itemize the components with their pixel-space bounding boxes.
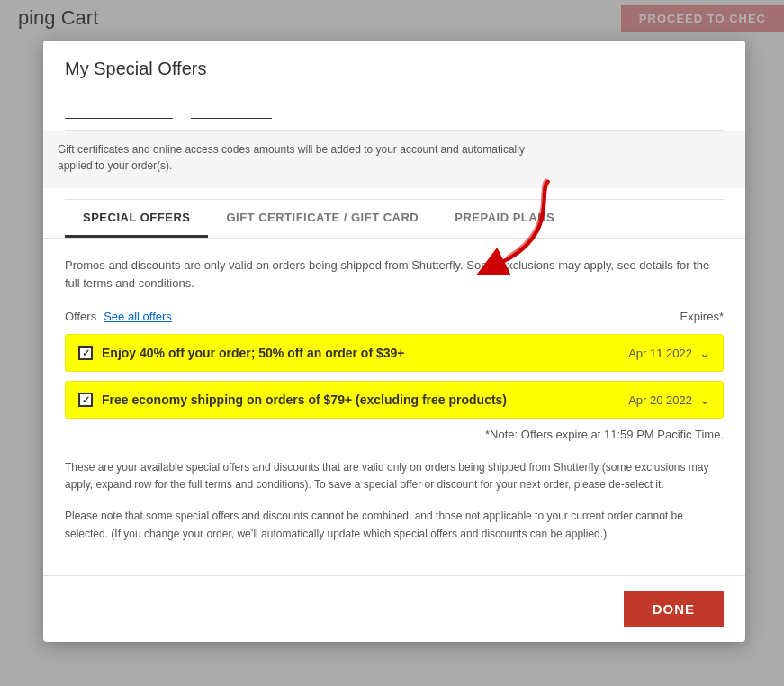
offer-text-1: Enjoy 40% off your order; 50% off an ord… (102, 346, 404, 360)
info-bar: Gift certificates and online access code… (43, 131, 745, 188)
disclaimer-2: Please note that some special offers and… (65, 508, 724, 542)
offers-header: Offers See all offers Expires* (65, 310, 724, 323)
modal-body: Promos and discounts are only valid on o… (43, 239, 745, 575)
offer-date-1: Apr 11 2022 (628, 347, 692, 360)
offer-date-2: Apr 20 2022 (628, 393, 692, 407)
offer-right-1: Apr 11 2022 ⌄ (628, 346, 710, 360)
offer-expand-icon-2[interactable]: ⌄ (699, 393, 710, 407)
modal-header: My Special Offers Gift certificates and … (43, 41, 745, 239)
offers-left: Offers See all offers (65, 310, 172, 323)
tab-special-offers[interactable]: SPECIAL OFFERS (65, 200, 208, 238)
promo-note: Promos and discounts are only valid on o… (65, 257, 724, 292)
input-mock-2 (191, 94, 272, 119)
offers-label: Offers (65, 310, 96, 323)
offer-expand-icon-1[interactable]: ⌄ (699, 346, 710, 360)
expires-label: Expires* (680, 310, 724, 323)
special-offers-modal: My Special Offers Gift certificates and … (43, 41, 745, 642)
top-divider-row (65, 94, 724, 131)
modal-title: My Special Offers (65, 59, 724, 79)
tabs-row: SPECIAL OFFERS GIFT CERTIFICATE / GIFT C… (65, 199, 724, 238)
offer-checkbox-1[interactable] (78, 346, 93, 360)
offer-row-1: Enjoy 40% off your order; 50% off an ord… (65, 334, 724, 372)
disclaimer-1: These are your available special offers … (65, 459, 724, 493)
done-button[interactable]: DONE (624, 591, 724, 627)
modal-footer: DONE (43, 575, 745, 642)
offer-row-2: Free economy shipping on orders of $79+ … (65, 381, 724, 419)
offer-checkbox-2[interactable] (78, 393, 93, 407)
tab-gift-certificate[interactable]: GIFT CERTIFICATE / GIFT CARD (208, 200, 437, 238)
info-text: Gift certificates and online access code… (58, 141, 551, 174)
offer-left-2: Free economy shipping on orders of $79+ … (78, 393, 507, 407)
see-all-offers-link[interactable]: See all offers (104, 310, 172, 323)
tab-prepaid-plans[interactable]: PREPAID PLANS (437, 200, 572, 238)
offer-text-2: Free economy shipping on orders of $79+ … (102, 393, 507, 407)
offer-right-2: Apr 20 2022 ⌄ (628, 393, 710, 407)
input-mock-1 (65, 94, 173, 119)
offer-left-1: Enjoy 40% off your order; 50% off an ord… (78, 346, 404, 360)
info-amount-box (569, 141, 731, 177)
expiry-note: *Note: Offers expire at 11:59 PM Pacific… (65, 428, 724, 441)
